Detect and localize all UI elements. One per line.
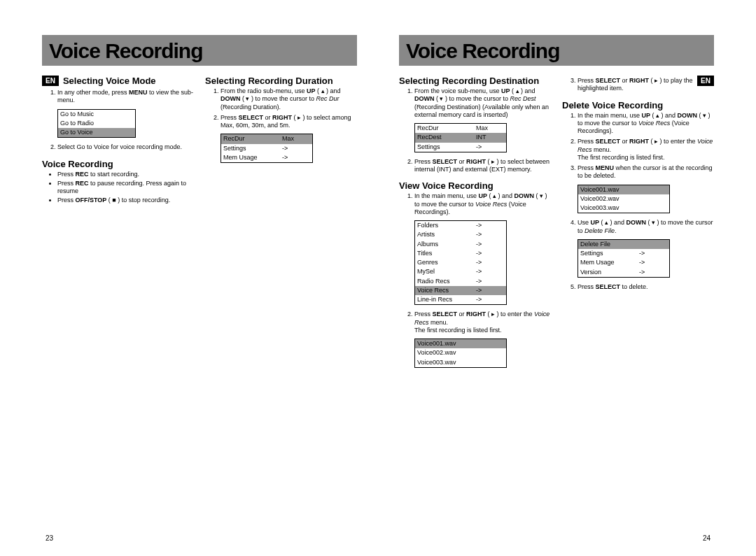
h-view-voice: View Voice Recording (399, 180, 551, 191)
document-spread: Voice Recording EN Selecting Voice Mode … (0, 0, 756, 556)
table-row: Mem Usage-> (578, 258, 669, 267)
table-row: Version-> (578, 268, 669, 277)
list-item: In any other mode, press MENU to view th… (57, 89, 194, 138)
page-number-left: 23 (46, 534, 53, 542)
list-view-cont: Press SELECT or RIGHT ( ▸ ) to play the … (562, 77, 714, 93)
table-row: Delete File (578, 240, 669, 249)
page-right: Voice Recording Selecting Recording Dest… (378, 35, 756, 556)
h-delete-voice: Delete Voice Recording (562, 100, 714, 111)
left-col-1: EN Selecting Voice Mode In any other mod… (42, 76, 194, 209)
list-item: Select Go to Voice for voice recording m… (57, 143, 194, 151)
left-columns: EN Selecting Voice Mode In any other mod… (42, 76, 357, 209)
table-row: Settings-> (221, 144, 312, 153)
page-title-left: Voice Recording (42, 35, 357, 66)
ui-menu-recdest: RecDurMax RecDestINT Settings-> (414, 123, 507, 152)
table-row: Radio Recs-> (415, 277, 506, 286)
right-columns: Selecting Recording Destination From the… (399, 76, 714, 373)
table-row: Go to Voice (58, 128, 135, 137)
table-row: Voice003.wav (578, 204, 669, 213)
list-item: Use UP ( ▴ ) and DOWN ( ▾ ) to move the … (578, 219, 714, 278)
table-row: Go to Radio (58, 119, 135, 128)
table-row: Folders-> (415, 221, 506, 230)
list-item: In the main menu, use UP ( ▴ ) and DOWN … (578, 112, 714, 136)
list-item: Press SELECT or RIGHT ( ▸ ) to enter the… (578, 138, 714, 162)
list-item: From the voice sub-menu, use UP ( ▴ ) an… (414, 87, 551, 152)
h-selecting-voice-mode: Selecting Voice Mode (63, 76, 156, 86)
list-destination: From the voice sub-menu, use UP ( ▴ ) an… (399, 87, 551, 173)
right-col-2: EN Press SELECT or RIGHT ( ▸ ) to play t… (562, 76, 714, 373)
lang-badge-right: EN (697, 76, 714, 86)
table-row: Voice003.wav (415, 358, 506, 367)
table-row: Voice002.wav (415, 348, 506, 357)
table-row: Voice002.wav (578, 194, 669, 204)
page-number-right: 24 (703, 534, 710, 542)
list-item: In the main menu, use UP ( ▴ ) and DOWN … (414, 192, 551, 305)
table-row: RecDurMax (415, 124, 506, 133)
left-col-2: Selecting Recording Duration From the ra… (205, 76, 357, 209)
table-row: Voice Recs-> (415, 286, 506, 295)
h-selecting-duration: Selecting Recording Duration (205, 76, 357, 86)
list-item: Press SELECT or RIGHT ( ▸ ) to select am… (220, 114, 357, 130)
list-selecting-voice: In any other mode, press MENU to view th… (42, 89, 194, 152)
list-voice-rec: Press REC to start recording. Press REC … (42, 171, 194, 205)
list-item: Press SELECT or RIGHT ( ▸ ) to play the … (578, 77, 714, 93)
ui-menu-delete: Delete File Settings-> Mem Usage-> Versi… (578, 239, 670, 278)
table-row: Go to Music (58, 110, 135, 119)
ui-menu-main: Folders-> Artists-> Albums-> Titles-> Ge… (414, 220, 507, 305)
h-voice-recording: Voice Recording (42, 159, 194, 169)
table-row: Genres-> (415, 258, 506, 267)
ui-menu-recdur: RecDurMax Settings-> Mem Usage-> (220, 134, 313, 163)
list-duration: From the radio sub-menu, use UP ( ▴ ) an… (205, 87, 357, 129)
table-row: RecDurMax (221, 134, 312, 143)
ui-menu-goto: Go to Music Go to Radio Go to Voice (57, 109, 136, 138)
page-title-right: Voice Recording (399, 35, 714, 66)
table-row: Titles-> (415, 249, 506, 258)
ui-menu-files-1: Voice001.wav Voice002.wav Voice003.wav (414, 338, 507, 368)
table-row: Artists-> (415, 230, 506, 239)
list-item: Press SELECT or RIGHT ( ▸ ) to select be… (414, 158, 551, 174)
list-item: Press OFF/STOP ( ■ ) to stop recording. (57, 197, 194, 204)
ui-menu-files-2: Voice001.wav Voice002.wav Voice003.wav (578, 185, 670, 214)
list-item: From the radio sub-menu, use UP ( ▴ ) an… (220, 87, 357, 111)
list-delete: In the main menu, use UP ( ▴ ) and DOWN … (562, 112, 714, 292)
list-item: Press MENU when the cursor is at the rec… (578, 164, 714, 213)
h-selecting-destination: Selecting Recording Destination (399, 76, 551, 86)
list-item: Press SELECT to delete. (578, 283, 714, 291)
page-left: Voice Recording EN Selecting Voice Mode … (0, 35, 378, 556)
table-row: Settings-> (578, 249, 669, 258)
table-row: Voice001.wav (578, 185, 669, 194)
table-row: MySel-> (415, 267, 506, 276)
right-col-1: Selecting Recording Destination From the… (399, 76, 551, 373)
table-row: Line-in Recs-> (415, 295, 506, 304)
list-item: Press REC to start recording. (57, 171, 194, 178)
list-view: In the main menu, use UP ( ▴ ) and DOWN … (399, 192, 551, 368)
table-row: Settings-> (415, 143, 506, 152)
list-item: Press SELECT or RIGHT ( ▸ ) to enter the… (414, 311, 551, 368)
table-row: Voice001.wav (415, 339, 506, 348)
lang-badge-left: EN (42, 76, 59, 86)
table-row: Albums-> (415, 240, 506, 249)
table-row: Mem Usage-> (221, 153, 312, 162)
list-item: Press REC to pause recording. Press agai… (57, 180, 194, 196)
table-row: RecDestINT (415, 133, 506, 142)
